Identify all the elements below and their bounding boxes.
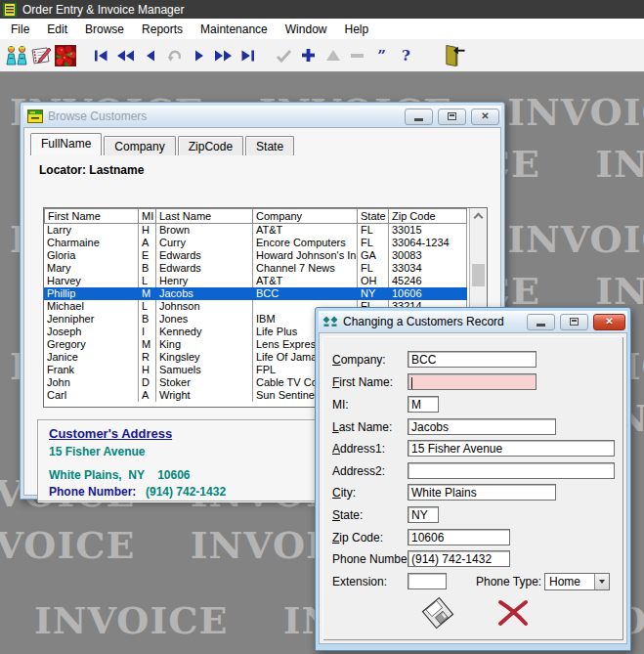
field-input[interactable]: White Plains <box>408 484 556 501</box>
confirm-check-icon[interactable] <box>272 43 296 68</box>
table-cell: D <box>139 376 156 389</box>
table-cell: Johnson <box>156 300 253 313</box>
phone-type-select[interactable]: Home <box>544 573 610 590</box>
minimize-button[interactable] <box>405 109 433 125</box>
floppy-disk-icon <box>420 595 455 631</box>
column-header[interactable]: State <box>358 208 389 224</box>
nav-next-icon[interactable] <box>187 43 211 68</box>
dialog-minimize-button[interactable] <box>527 314 555 330</box>
table-cell: Jacobs <box>156 287 253 300</box>
refresh-icon[interactable] <box>162 43 187 68</box>
tab-state[interactable]: State <box>245 136 294 155</box>
field-label: Address1: <box>332 442 385 456</box>
nav-first-icon[interactable] <box>89 43 113 68</box>
table-row[interactable]: HarveyLHenryAT&TOH45246 <box>44 275 469 287</box>
field-row: Address1:15 Fisher Avenue <box>322 440 623 458</box>
menu-item-help[interactable]: Help <box>335 20 377 39</box>
dialog-close-button[interactable]: ✕ <box>593 314 625 330</box>
exit-door-icon[interactable] <box>442 43 466 68</box>
dialog-icon <box>322 316 338 327</box>
column-header[interactable]: Zip Code <box>389 208 467 224</box>
table-row[interactable]: LarryHBrownAT&TFL33015 <box>44 224 469 237</box>
nav-fast-forward-icon[interactable] <box>211 43 236 68</box>
table-cell: King <box>156 338 253 351</box>
up-triangle-icon[interactable] <box>321 43 345 68</box>
table-cell: A <box>139 389 156 402</box>
menu-item-file[interactable]: File <box>2 20 38 39</box>
table-row[interactable]: CharmaineACurryEncore ComputersFL33064-1… <box>44 237 469 249</box>
table-cell: 45246 <box>389 275 467 287</box>
nav-prev-icon[interactable] <box>138 43 162 68</box>
flowers-report-icon[interactable] <box>53 43 77 68</box>
table-cell: 33015 <box>389 224 467 237</box>
order-entry-icon[interactable] <box>28 43 53 68</box>
field-input[interactable]: Jacobs <box>408 418 556 435</box>
save-button[interactable] <box>420 595 455 634</box>
table-cell: 30083 <box>389 249 467 262</box>
field-input[interactable]: NY <box>408 506 439 523</box>
scroll-thumb[interactable] <box>472 264 485 286</box>
table-cell: M <box>139 287 156 300</box>
nav-last-icon[interactable] <box>236 43 260 68</box>
table-cell: NY <box>358 287 389 300</box>
table-cell: Henry <box>156 275 253 287</box>
table-cell: L <box>139 275 156 287</box>
dialog-maximize-button[interactable] <box>560 314 588 330</box>
menu-item-maintenance[interactable]: Maintenance <box>192 20 277 39</box>
column-header[interactable]: Last Name <box>156 208 253 224</box>
table-cell: Kingsley <box>156 351 253 364</box>
browse-window-title: Browse Customers <box>48 109 400 123</box>
table-row[interactable]: MaryBEdwardsChannel 7 NewsFL33034 <box>44 262 469 275</box>
cancel-button[interactable] <box>496 598 530 632</box>
field-row: Zip Code:10606 <box>322 529 623 546</box>
menu-item-window[interactable]: Window <box>277 20 336 39</box>
nav-fast-back-icon[interactable] <box>113 43 138 68</box>
insert-plus-icon[interactable] <box>296 43 321 68</box>
help-question-icon[interactable]: ? <box>394 43 418 68</box>
table-row[interactable]: GloriaEEdwardsHoward Johnson's InnGA3008… <box>44 249 469 262</box>
scroll-up-icon[interactable] <box>474 213 484 223</box>
menu-item-reports[interactable]: Reports <box>133 20 192 39</box>
menu-item-browse[interactable]: Browse <box>76 20 133 39</box>
table-cell: Kennedy <box>156 326 253 338</box>
menu-bar: FileEditBrowseReportsMaintenanceWindowHe… <box>0 19 644 39</box>
locator-label: Locator: Lastname <box>39 163 144 177</box>
column-header[interactable]: First Name <box>44 208 139 224</box>
field-input[interactable]: 10606 <box>408 529 510 545</box>
field-input[interactable] <box>408 373 537 390</box>
field-input[interactable]: (914) 742-1432 <box>408 550 510 567</box>
field-row: Last Name:Jacobs <box>322 418 623 436</box>
tab-fullname[interactable]: FullName <box>30 133 102 155</box>
dialog-titlebar[interactable]: Changing a Customers Record ✕ <box>319 311 627 332</box>
field-label: City: <box>332 486 356 500</box>
column-header[interactable]: MI <box>139 208 156 224</box>
table-cell: Mary <box>44 262 139 275</box>
field-label: MI: <box>332 398 349 412</box>
minus-icon[interactable] <box>345 43 369 68</box>
quotes-icon[interactable]: ” <box>369 43 394 68</box>
phone-type-label: Phone Type: <box>476 575 541 589</box>
menu-item-edit[interactable]: Edit <box>38 20 76 39</box>
field-input[interactable]: BCC <box>408 351 537 368</box>
combo-dropdown-button[interactable] <box>594 574 609 589</box>
browse-window-titlebar[interactable]: Browse Customers ✕ <box>23 106 501 127</box>
close-button[interactable]: ✕ <box>471 109 499 125</box>
table-row[interactable]: PhillipMJacobsBCCNY10606 <box>44 287 469 300</box>
customers-icon[interactable] <box>4 43 28 68</box>
table-cell: Charmaine <box>44 237 139 249</box>
field-input[interactable] <box>408 462 615 479</box>
table-cell: AT&T <box>253 224 358 237</box>
table-cell: Janice <box>44 351 139 364</box>
extension-field[interactable] <box>408 573 447 589</box>
table-cell: GA <box>358 249 389 262</box>
table-cell: AT&T <box>253 275 358 287</box>
maximize-button[interactable] <box>438 109 466 125</box>
field-input[interactable]: M <box>408 396 439 413</box>
column-header[interactable]: Company <box>253 208 358 224</box>
field-input[interactable]: 15 Fisher Avenue <box>408 440 615 457</box>
tab-company[interactable]: Company <box>104 136 175 155</box>
phone-value: (914) 742-1432 <box>146 485 226 499</box>
tab-zipcode[interactable]: ZipCode <box>178 136 243 155</box>
table-cell: Howard Johnson's Inn <box>253 249 358 262</box>
table-cell: Stoker <box>156 376 253 389</box>
